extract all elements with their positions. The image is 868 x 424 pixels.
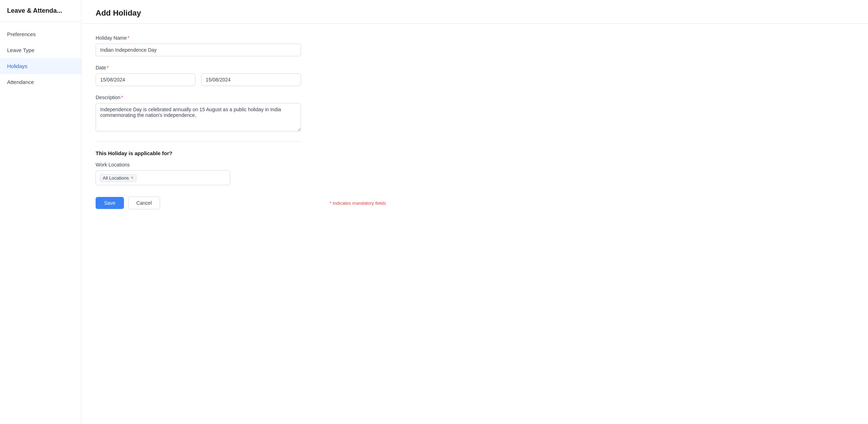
description-required: * <box>121 95 123 100</box>
sidebar-item-attendance[interactable]: Attendance <box>0 74 81 90</box>
date-row <box>96 73 301 86</box>
section-divider <box>96 141 301 142</box>
cancel-button[interactable]: Cancel <box>128 197 160 209</box>
mandatory-note: * indicates mandatory fields <box>330 200 386 206</box>
action-row: Save Cancel * indicates mandatory fields <box>96 197 386 209</box>
sidebar-title: Leave & Attenda... <box>0 0 81 22</box>
holiday-name-label: Holiday Name* <box>96 35 386 41</box>
holiday-name-required: * <box>127 35 129 41</box>
all-locations-tag: All Locations × <box>100 174 137 182</box>
applicable-section: This Holiday is applicable for? Work Loc… <box>96 150 386 185</box>
page-header: Add Holiday <box>81 0 868 24</box>
sidebar-item-holidays[interactable]: Holidays <box>0 58 81 74</box>
holiday-name-input[interactable] <box>96 44 301 56</box>
work-locations-label: Work Locations <box>96 162 386 168</box>
date-group: Date* <box>96 65 386 86</box>
section-title: This Holiday is applicable for? <box>96 150 386 156</box>
sidebar-nav: Preferences Leave Type Holidays Attendan… <box>0 22 81 94</box>
form-area: Holiday Name* Date* Description* Indepen… <box>81 24 400 221</box>
date-required: * <box>107 65 109 70</box>
work-locations-input[interactable]: All Locations × <box>96 170 230 185</box>
save-button[interactable]: Save <box>96 197 124 209</box>
description-group: Description* Independence Day is celebra… <box>96 95 386 133</box>
holiday-name-group: Holiday Name* <box>96 35 386 56</box>
sidebar: Leave & Attenda... Preferences Leave Typ… <box>0 0 81 424</box>
date-start-input[interactable] <box>96 73 195 86</box>
main-content: Add Holiday Holiday Name* Date* Descript… <box>81 0 868 424</box>
date-end-input[interactable] <box>201 73 301 86</box>
all-locations-remove[interactable]: × <box>131 176 134 180</box>
page-title: Add Holiday <box>96 9 854 18</box>
sidebar-item-preferences[interactable]: Preferences <box>0 26 81 42</box>
date-label: Date* <box>96 65 386 70</box>
description-textarea[interactable]: Independence Day is celebrated annually … <box>96 103 301 131</box>
description-label: Description* <box>96 95 386 100</box>
sidebar-item-leave-type[interactable]: Leave Type <box>0 42 81 58</box>
